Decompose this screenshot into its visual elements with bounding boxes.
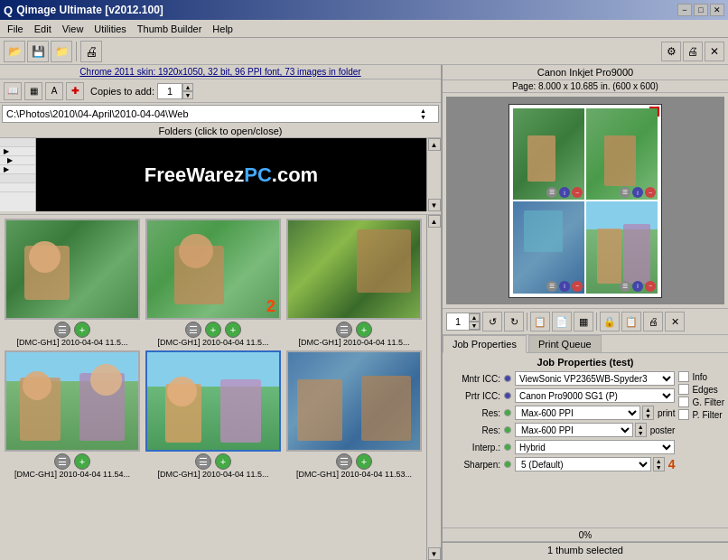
thumb-item-6[interactable]: ☰ + [DMC-GH1] 2010-04-04 11.53...	[285, 350, 423, 479]
thumb-add-btn-6[interactable]: +	[356, 453, 372, 470]
res-print-select[interactable]: Max-600 PPI	[515, 406, 640, 420]
grid-button[interactable]: ▦	[24, 82, 42, 100]
res-poster-select[interactable]: Max-600 PPI	[515, 423, 633, 437]
extra-btn2[interactable]: ✕	[705, 42, 724, 61]
thumb-item-1[interactable]: ☰ + [DMC-GH1] 2010-04-04 11.5...	[4, 219, 141, 347]
copies-spinner: ▲ ▼	[157, 83, 193, 99]
menu-help[interactable]: Help	[207, 22, 238, 36]
interp-select[interactable]: Hybrid	[515, 440, 675, 454]
res-print-up[interactable]: ▲	[643, 406, 653, 413]
check-edges-box[interactable]	[678, 384, 689, 395]
rt-print1-button[interactable]: 📋	[530, 312, 550, 331]
menu-edit[interactable]: Edit	[29, 22, 57, 36]
mntr-label: Mntr ICC:	[446, 374, 500, 384]
close-button[interactable]: ✕	[710, 4, 724, 16]
res-print-down[interactable]: ▼	[643, 413, 653, 419]
prev-remove-4[interactable]: −	[645, 281, 656, 292]
rt-print2-button[interactable]: 📄	[552, 312, 572, 331]
minimize-button[interactable]: −	[677, 4, 692, 16]
thumb-add-btn-2[interactable]: +	[205, 322, 221, 338]
check-pfilter-box[interactable]	[678, 409, 689, 420]
res-poster-up[interactable]: ▲	[636, 424, 646, 430]
print-button[interactable]: 🖨	[80, 41, 102, 62]
folders-header[interactable]: Folders (click to open/close)	[0, 125, 441, 138]
thumb-add-btn-1[interactable]: +	[74, 322, 90, 338]
thumb-menu-btn-2[interactable]: ☰	[185, 322, 201, 338]
sharpen-up[interactable]: ▲	[654, 458, 664, 464]
menu-file[interactable]: File	[2, 22, 29, 36]
thumb-menu-btn-5[interactable]: ☰	[195, 453, 211, 470]
prev-remove-2[interactable]: −	[645, 187, 656, 198]
thumb-extra-btn-2[interactable]: +	[225, 322, 241, 338]
preview-cell-4[interactable]: ☰ i −	[586, 201, 658, 294]
book-button[interactable]: 📖	[4, 82, 22, 100]
prev-info-1[interactable]: i	[559, 187, 570, 198]
text-button[interactable]: A	[45, 82, 63, 100]
rt-printgo-button[interactable]: 🖨	[643, 312, 663, 331]
prev-info-3[interactable]: i	[559, 281, 570, 292]
thumb-menu-btn-6[interactable]: ☰	[336, 453, 352, 470]
rt-copy-button[interactable]: 📋	[621, 312, 641, 331]
thumb-menu-btn-3[interactable]: ☰	[336, 322, 352, 338]
path-input[interactable]	[6, 108, 420, 119]
prev-info-4[interactable]: i	[632, 281, 643, 292]
menu-thumb-builder[interactable]: Thumb Builder	[132, 22, 208, 36]
check-info-box[interactable]	[678, 371, 689, 382]
settings-button[interactable]: ⚙	[661, 42, 681, 61]
open-button[interactable]: 📂	[4, 41, 25, 62]
thumb-item-5[interactable]: ☰ + [DMC-GH1] 2010-04-04 11.5...	[145, 350, 282, 479]
maximize-button[interactable]: □	[694, 4, 708, 16]
path-up[interactable]: ▲	[420, 107, 434, 114]
rt-forward-button[interactable]: ↻	[504, 312, 524, 331]
thumb-add-btn-3[interactable]: +	[356, 322, 372, 338]
thumb-menu-btn-4[interactable]: ☰	[54, 453, 70, 470]
prev-remove-1[interactable]: −	[572, 187, 583, 198]
prev-menu-4[interactable]: ☰	[620, 281, 630, 292]
prev-info-2[interactable]: i	[632, 187, 643, 198]
folder-button[interactable]: 📁	[51, 41, 72, 62]
path-down[interactable]: ▼	[420, 114, 434, 120]
rt-back-button[interactable]: ↺	[482, 312, 502, 331]
rt-close-button[interactable]: ✕	[665, 312, 685, 331]
mntr-select[interactable]: ViewSonic VP2365WB-Spyder3	[515, 371, 675, 386]
prev-menu-3[interactable]: ☰	[546, 281, 557, 292]
page-down-button[interactable]: ▼	[469, 322, 480, 330]
rt-grid-button[interactable]: ▦	[574, 312, 593, 331]
thumb-add-btn-4[interactable]: +	[74, 453, 90, 470]
info-bar[interactable]: Chrome 2011 skin: 1920x1050, 32 bit, 96 …	[0, 65, 441, 79]
copies-down-button[interactable]: ▼	[182, 91, 193, 99]
tab-print-queue[interactable]: Print Queue	[528, 335, 602, 352]
check-gfilter-box[interactable]	[678, 397, 689, 407]
thumb-add-btn-5[interactable]: +	[215, 453, 231, 470]
thumb-item-2[interactable]: 2 ☰ + + [DMC-GH1] 2010-04-04 11.5...	[145, 219, 282, 347]
folder-scroll-up[interactable]: ▲	[428, 138, 441, 151]
sharpen-down[interactable]: ▼	[654, 464, 664, 471]
preview-cell-2[interactable]: ☰ i −	[586, 108, 658, 201]
plus-button[interactable]: ✚	[66, 82, 84, 100]
preview-grid: ☰ i − ☰ i −	[509, 105, 661, 297]
prtr-select[interactable]: Canon Pro9000 SG1 (P)	[515, 388, 675, 403]
menu-utilities[interactable]: Utilities	[89, 22, 131, 36]
rt-lock-button[interactable]: 🔒	[600, 312, 620, 331]
page-up-button[interactable]: ▲	[469, 313, 480, 322]
copies-input[interactable]	[157, 83, 182, 99]
preview-ctrl-1: ☰ i −	[546, 187, 583, 198]
preview-cell-3[interactable]: ☰ i −	[513, 201, 584, 294]
copies-up-button[interactable]: ▲	[182, 83, 193, 91]
preview-cell-1[interactable]: ☰ i −	[513, 108, 584, 201]
res-poster-down[interactable]: ▼	[636, 430, 646, 436]
thumb-item-3[interactable]: ☰ + [DMC-GH1] 2010-04-04 11.5...	[285, 219, 423, 347]
folder-scroll-down[interactable]: ▼	[428, 199, 441, 211]
save-button[interactable]: 💾	[27, 41, 49, 62]
thumb-item-4[interactable]: ☰ + [DMC-GH1] 2010-04-04 11.54...	[4, 350, 141, 479]
sharpen-select[interactable]: 5 (Default)	[515, 457, 651, 471]
thumb-scroll-up[interactable]: ▲	[428, 215, 441, 228]
thumb-menu-btn-1[interactable]: ☰	[54, 322, 70, 338]
tab-job-properties[interactable]: Job Properties	[443, 335, 527, 353]
prev-menu-1[interactable]: ☰	[546, 187, 557, 198]
prev-menu-2[interactable]: ☰	[620, 187, 630, 198]
extra-btn1[interactable]: 🖨	[683, 42, 703, 61]
menu-view[interactable]: View	[57, 22, 89, 36]
prev-remove-3[interactable]: −	[572, 281, 583, 292]
thumb-scroll-down[interactable]: ▼	[428, 547, 441, 560]
